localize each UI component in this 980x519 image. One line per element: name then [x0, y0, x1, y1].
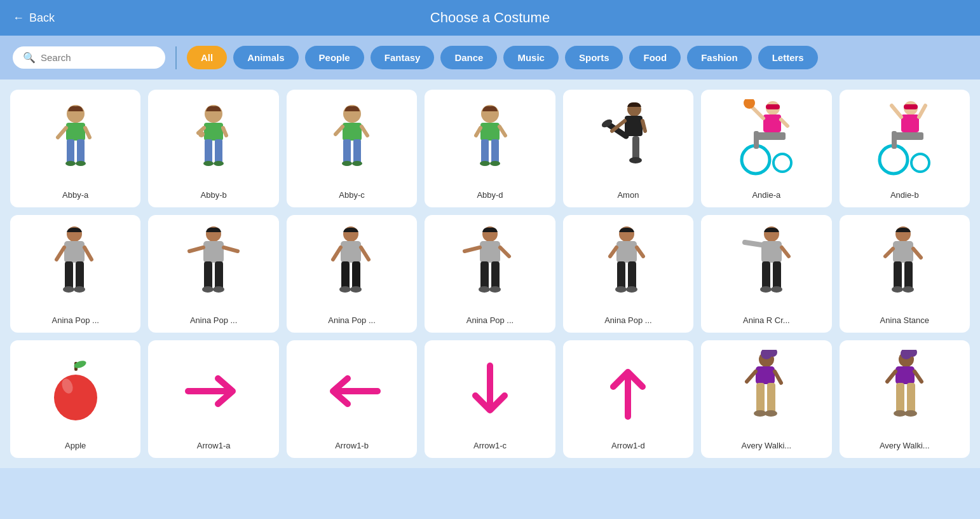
- svg-rect-44: [763, 114, 781, 132]
- costume-card-abby-b[interactable]: Abby-b: [148, 90, 278, 207]
- svg-rect-80: [352, 261, 360, 289]
- svg-rect-138: [895, 366, 915, 384]
- svg-rect-10: [204, 123, 223, 141]
- svg-rect-29: [491, 139, 499, 163]
- costume-card-anina-pop-1[interactable]: Anina Pop ...: [10, 215, 140, 333]
- svg-rect-20: [343, 139, 351, 163]
- svg-point-49: [773, 154, 791, 172]
- costume-card-abby-d[interactable]: Abby-d: [425, 90, 555, 207]
- costume-label-avery-walki-2: Avery Walki...: [880, 441, 930, 450]
- svg-rect-95: [617, 261, 625, 289]
- filter-btn-sports[interactable]: Sports: [565, 46, 623, 69]
- svg-line-91: [465, 247, 480, 251]
- svg-point-5: [65, 161, 76, 166]
- costume-card-andie-b[interactable]: Andie-b: [840, 90, 970, 207]
- costume-label-andie-a: Andie-a: [752, 190, 780, 200]
- svg-rect-35: [625, 116, 643, 136]
- filter-btn-fashion[interactable]: Fashion: [687, 46, 752, 69]
- svg-point-66: [74, 286, 85, 293]
- costume-card-arrow1-d[interactable]: Arrow1-d: [563, 340, 693, 458]
- svg-rect-139: [896, 383, 904, 413]
- costume-card-anina-pop-2[interactable]: Anina Pop ...: [148, 215, 278, 333]
- search-box[interactable]: 🔍: [13, 46, 165, 69]
- svg-point-142: [904, 410, 917, 417]
- svg-point-113: [892, 286, 903, 293]
- costume-image-andie-b: [846, 99, 963, 183]
- costume-card-arrow1-a[interactable]: Arrow1-a: [148, 340, 278, 458]
- svg-point-58: [911, 154, 929, 172]
- filter-btn-dance[interactable]: Dance: [440, 46, 497, 69]
- svg-point-31: [490, 161, 500, 166]
- svg-rect-88: [491, 261, 500, 289]
- svg-line-134: [775, 371, 781, 383]
- filter-btn-all[interactable]: All: [187, 46, 227, 69]
- filter-btn-letters[interactable]: Letters: [758, 46, 818, 69]
- svg-point-23: [352, 161, 362, 166]
- costume-label-avery-walki-1: Avery Walki...: [741, 441, 791, 450]
- costume-label-anina-stance: Anina Stance: [880, 315, 929, 325]
- costume-card-anina-pop-3[interactable]: Anina Pop ...: [287, 215, 417, 333]
- svg-line-24: [336, 127, 343, 134]
- costume-card-amon[interactable]: Amon: [563, 90, 693, 207]
- svg-rect-64: [76, 261, 84, 289]
- costume-image-arrow1-d: [569, 349, 687, 433]
- search-icon: 🔍: [23, 52, 36, 64]
- costume-label-abby-b: Abby-b: [201, 190, 227, 200]
- costume-label-anina-pop-1: Anina Pop ...: [51, 315, 99, 325]
- costume-grid: Abby-a Abby-b Abby-c: [10, 90, 970, 458]
- svg-line-75: [189, 247, 203, 251]
- svg-point-74: [213, 286, 224, 293]
- svg-line-47: [781, 120, 787, 126]
- costume-card-arrow1-c[interactable]: Arrow1-c: [425, 340, 555, 458]
- svg-point-81: [339, 286, 351, 293]
- svg-line-33: [476, 128, 480, 135]
- search-input[interactable]: [41, 52, 155, 63]
- costume-card-avery-walki-1[interactable]: Avery Walki...: [701, 340, 831, 458]
- svg-point-89: [479, 286, 490, 293]
- filter-btn-music[interactable]: Music: [503, 46, 559, 69]
- costume-card-anina-stance[interactable]: Anina Stance: [840, 215, 970, 333]
- svg-line-32: [500, 127, 505, 135]
- costume-card-anina-r-cr[interactable]: Anina R Cr...: [701, 215, 831, 333]
- costume-label-apple: Apple: [65, 441, 86, 450]
- svg-rect-128: [756, 366, 775, 384]
- svg-line-108: [782, 247, 789, 256]
- svg-point-105: [760, 286, 772, 293]
- filter-btn-fantasy[interactable]: Fantasy: [371, 46, 435, 69]
- costume-label-abby-d: Abby-d: [477, 190, 503, 200]
- costume-label-amon: Amon: [617, 190, 639, 200]
- filter-btn-food[interactable]: Food: [629, 46, 681, 69]
- costume-card-avery-walki-2[interactable]: Avery Walki...: [840, 340, 970, 458]
- costume-label-anina-pop-5: Anina Pop ...: [604, 315, 651, 325]
- svg-line-7: [58, 128, 66, 137]
- costume-image-anina-pop-1: [17, 224, 134, 308]
- svg-point-65: [63, 286, 74, 293]
- back-button[interactable]: ← Back: [13, 11, 55, 25]
- costume-label-anina-pop-2: Anina Pop ...: [190, 315, 237, 325]
- costume-card-anina-pop-4[interactable]: Anina Pop ...: [425, 215, 555, 333]
- back-label: Back: [29, 11, 55, 25]
- svg-rect-130: [767, 383, 775, 413]
- svg-point-17: [198, 131, 205, 137]
- filter-divider: [175, 46, 177, 69]
- costume-card-apple[interactable]: Apple: [10, 340, 140, 458]
- svg-rect-28: [481, 139, 489, 163]
- svg-rect-78: [341, 241, 361, 263]
- costume-card-abby-c[interactable]: Abby-c: [287, 90, 417, 207]
- svg-point-114: [902, 286, 914, 293]
- costume-image-anina-r-cr: [707, 224, 825, 308]
- costume-card-arrow1-b[interactable]: Arrow1-b: [287, 340, 417, 458]
- svg-point-57: [880, 146, 908, 174]
- filter-bar: 🔍 AllAnimalsPeopleFantasyDanceMusicSport…: [0, 36, 980, 80]
- svg-rect-94: [616, 241, 637, 263]
- filter-btn-people[interactable]: People: [305, 46, 364, 69]
- filter-btn-animals[interactable]: Animals: [233, 46, 298, 69]
- svg-point-14: [214, 161, 224, 166]
- svg-rect-11: [205, 139, 212, 163]
- svg-rect-112: [904, 261, 913, 289]
- costume-card-andie-a[interactable]: Andie-a: [701, 90, 831, 207]
- costume-card-anina-pop-5[interactable]: Anina Pop ...: [563, 215, 693, 333]
- costume-card-abby-a[interactable]: Abby-a: [10, 90, 140, 207]
- back-arrow-icon: ←: [13, 11, 24, 25]
- svg-line-25: [362, 127, 367, 135]
